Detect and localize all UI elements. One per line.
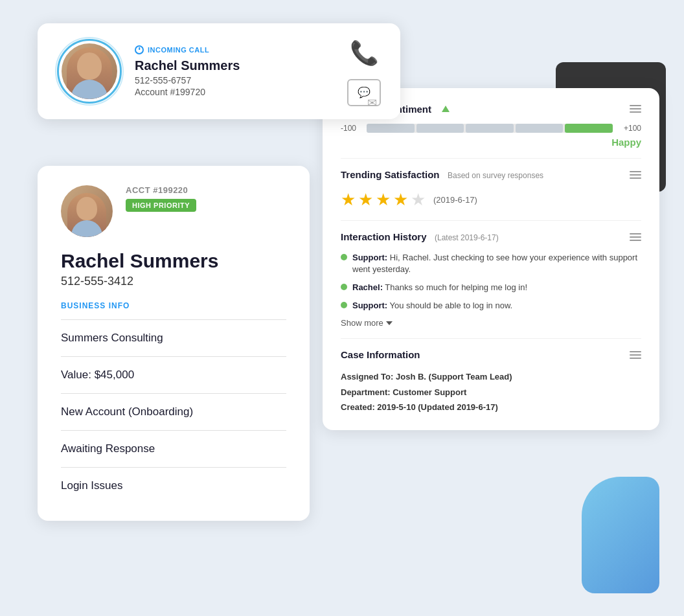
interaction-speaker-1: Support: [352,253,387,262]
interaction-dot-2 [341,284,347,290]
caller-avatar [62,43,117,99]
divider-1 [341,158,641,159]
incoming-call-card: INCOMING CALL Rachel Summers 512-555-675… [38,23,400,119]
info-status: Awaiting Response [61,437,286,461]
interaction-title: Interaction History [341,231,427,242]
sentiment-seg-5 [565,124,613,133]
divider-2 [341,220,641,221]
interaction-dot-1 [341,254,347,260]
star-5: ★ [411,190,426,210]
sentiment-trend-arrow [442,106,450,112]
satisfaction-section-header: Trending Satisfaction Based on survey re… [341,169,641,181]
sms-icon: 💬 [358,86,370,98]
caller-account: Account #199720 [135,87,334,97]
info-account-type: New Account (Onboarding) [61,400,286,424]
customer-card: ACCT #199220 HIGH PRIORITY Rachel Summer… [38,166,310,521]
sentiment-bar: -100 +100 [341,124,641,133]
case-assigned-label: Assigned To: [341,372,396,382]
caller-name: Rachel Summers [135,58,334,73]
customer-header: ACCT #199220 HIGH PRIORITY [61,185,286,237]
interaction-text-1: Hi, Rachel. Just checking to see how you… [352,253,637,274]
interaction-menu-icon[interactable] [630,233,641,241]
case-created-value: 2019-5-10 (Updated 2019-6-17) [377,402,497,412]
caller-avatar-ring [57,39,122,104]
call-info: INCOMING CALL Rachel Summers 512-555-675… [135,45,334,97]
business-info-label: BUSINESS INFO [61,301,286,310]
interaction-item-1: Support: Hi, Rachel. Just checking to se… [341,252,641,275]
case-menu-icon[interactable] [630,351,641,359]
interaction-speaker-3: Support: [352,301,387,310]
interaction-dot-3 [341,302,347,308]
call-actions: 📞 💬 [347,36,381,106]
caller-avatar-silhouette [67,47,112,99]
clock-icon [135,45,144,54]
sentiment-seg-4 [516,124,564,133]
satisfaction-subtitle: Based on survey responses [448,171,543,180]
case-section-header: Case Information [341,349,641,360]
right-panel: Trending Sentiment -100 +1 [323,88,659,431]
case-department: Department: Customer Support [341,385,641,400]
chevron-down-icon [386,321,393,325]
interaction-text-2: Thanks so much for helping me log in! [385,282,527,292]
sentiment-pos-label: +100 [618,124,641,133]
star-1: ★ [341,190,356,210]
sentiment-seg-3 [466,124,514,133]
caller-phone: 512-555-6757 [135,75,334,86]
sentiment-seg-1 [367,124,415,133]
show-more-button[interactable]: Show more [341,318,393,328]
phone-icon: 📞 [350,40,379,67]
info-divider-5 [61,467,286,468]
info-divider-2 [61,356,286,357]
acct-label: ACCT #199220 [126,185,286,195]
interaction-latest: (Latest 2019-6-17) [435,233,499,242]
customer-phone: 512-555-3412 [61,275,286,288]
customer-avatar [61,185,113,237]
case-department-label: Department: [341,387,393,397]
interaction-section-header: Interaction History (Latest 2019-6-17) [341,231,641,243]
info-company: Summers Consulting [61,326,286,350]
info-value: Value: $45,000 [61,363,286,387]
case-assigned-value: Josh B. (Support Team Lead) [396,372,512,382]
stars-row: ★ ★ ★ ★ ★ (2019-6-17) [341,190,641,210]
interaction-speaker-2: Rachel: [352,282,383,292]
decorative-blue-blob [582,477,659,593]
info-divider-4 [61,430,286,431]
info-divider-1 [61,319,286,320]
case-info-text: Assigned To: Josh B. (Support Team Lead)… [341,369,641,415]
answer-call-button[interactable]: 📞 [347,36,381,70]
priority-badge: HIGH PRIORITY [126,199,196,212]
divider-3 [341,338,641,339]
sentiment-menu-icon[interactable] [630,105,641,113]
right-panel-content: Trending Sentiment -100 +1 [323,88,659,431]
sentiment-happy-label: Happy [341,137,641,148]
interaction-item-2: Rachel: Thanks so much for helping me lo… [341,282,641,293]
satisfaction-title: Trending Satisfaction [341,169,440,180]
star-3: ★ [376,190,391,210]
incoming-label: INCOMING CALL [135,45,334,54]
customer-name: Rachel Summers [61,250,286,272]
case-assigned: Assigned To: Josh B. (Support Team Lead) [341,369,641,384]
show-more-label: Show more [341,318,383,328]
customer-avatar-inner [67,193,106,237]
customer-meta: ACCT #199220 HIGH PRIORITY [126,185,286,212]
interaction-text-3: You should be able to log in now. [390,301,513,310]
case-department-value: Customer Support [393,387,466,397]
rating-date: (2019-6-17) [433,195,477,205]
info-divider-3 [61,393,286,394]
case-created: Created: 2019-5-10 (Updated 2019-6-17) [341,400,641,415]
case-title: Case Information [341,349,420,360]
sms-button[interactable]: 💬 [347,79,381,106]
interaction-item-3: Support: You should be able to log in no… [341,300,641,312]
satisfaction-menu-icon[interactable] [630,171,641,179]
info-issue: Login Issues [61,474,286,497]
sentiment-seg-2 [416,124,464,133]
star-4: ★ [393,190,408,210]
star-2: ★ [358,190,373,210]
case-created-label: Created: [341,402,377,412]
sentiment-neg-label: -100 [341,124,361,133]
sentiment-track [367,124,613,133]
